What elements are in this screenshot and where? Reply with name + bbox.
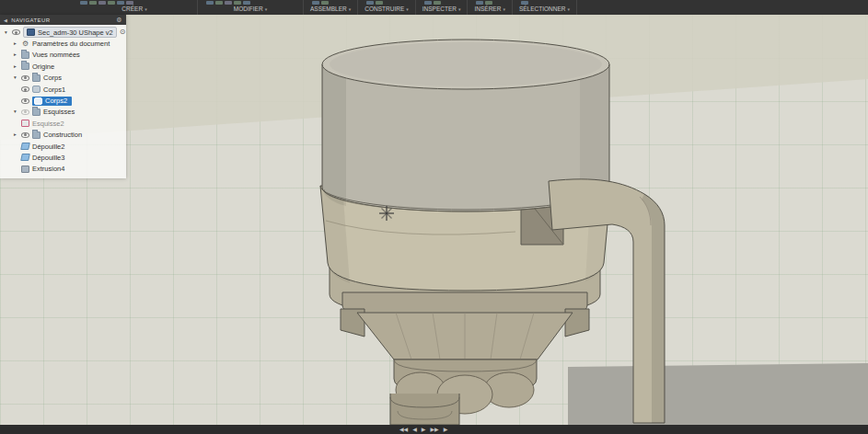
selected-item-highlight: Corps2 [32,97,72,106]
menu-inspecter[interactable]: INSPECTER ▾ [422,6,461,15]
browser-item-corps1[interactable]: Corps1 [0,84,126,95]
browser-item-label: Sec_adm-30 UShape v2 [38,29,113,37]
toolbar-group-assembler: ASSEMBLER ▾ [304,0,358,15]
tool-icon[interactable] [521,1,528,5]
gear-icon[interactable]: ⚙ [116,17,122,24]
browser-item-label: Vues nommées [32,51,80,59]
toolbar-group-modifier: MODIFIER ▾ [198,0,304,15]
tool-icon[interactable] [376,1,383,5]
browser-item-extrusion4[interactable]: Extrusion4 [0,164,126,175]
expander-icon[interactable]: ▾ [3,29,9,36]
chevron-down-icon: ▾ [503,6,505,13]
toolbar-group-inserer: INSÉRER ▾ [468,0,512,15]
tool-icon[interactable] [366,1,374,5]
browser-item-label: Corps2 [45,97,67,105]
browser-item-depouille3[interactable]: Dépouille3 [0,152,126,163]
toolbar-group-construire: CONSTRUIRE ▾ [358,0,416,15]
browser-item-corps[interactable]: ▾ Corps [0,73,126,84]
tool-icon[interactable] [225,1,232,5]
document-icon [27,29,35,36]
browser-item-label: Dépouille3 [32,154,64,162]
browser-item-parametres[interactable]: ▸ ⚙ Paramètres du document [0,38,126,49]
expander-icon[interactable]: ▸ [12,51,18,58]
gear-icon: ⚙ [21,40,29,48]
expander-icon[interactable]: ▾ [12,108,18,115]
browser-item-depouille2[interactable]: Dépouille2 [0,141,126,152]
folder-icon [32,108,41,116]
folder-icon [21,63,29,70]
menu-inserer[interactable]: INSÉRER ▾ [474,6,504,15]
expander-icon[interactable]: ▸ [12,63,18,70]
draft-feature-icon [20,154,30,161]
tool-icon[interactable] [424,1,432,5]
browser-item-root[interactable]: ▾ Sec_adm-30 UShape v2 ⊙ [0,27,126,38]
body-icon [32,86,41,93]
timeline-go-end-button[interactable]: ▶▶ [430,425,438,434]
tool-icon[interactable] [485,1,492,5]
toolbar-group-inspecter: INSPECTER ▾ [416,0,469,15]
expander-icon[interactable]: ▸ [12,40,18,47]
draft-feature-icon [20,143,30,150]
browser-item-label: Origine [32,63,54,71]
visibility-eye-icon[interactable] [12,29,20,35]
tool-icon[interactable] [476,1,483,5]
timeline-play-button[interactable]: ▶ [444,425,448,434]
menu-inspecter-label: INSPECTER [422,6,457,13]
timeline-go-start-button[interactable]: ◀◀ [399,425,408,434]
visibility-eye-icon[interactable] [21,86,29,92]
visibility-eye-icon[interactable] [21,75,29,81]
toolbar-group-selectionner: SÉLECTIONNER ▾ [513,0,577,15]
menu-assembler[interactable]: ASSEMBLER ▾ [310,6,351,15]
browser-item-label: Construction [43,131,82,139]
activate-radio-icon[interactable]: ⊙ [120,29,126,36]
viewport-canvas[interactable] [0,15,868,425]
tool-icon[interactable] [243,1,250,5]
menu-construire-label: CONSTRUIRE [365,6,404,13]
expander-icon[interactable]: ▾ [12,74,18,81]
tool-icon[interactable] [321,1,329,5]
browser-item-label: Corps [43,74,62,82]
menu-selectionner-label: SÉLECTIONNER [519,6,566,13]
tool-icon[interactable] [234,1,241,5]
tool-icon[interactable] [89,1,97,5]
menu-modifier[interactable]: MODIFIER ▾ [234,6,267,15]
toolbar-spacer [0,0,72,15]
menu-selectionner[interactable]: SÉLECTIONNER ▾ [519,6,570,15]
visibility-eye-icon[interactable] [21,98,29,104]
tool-icon[interactable] [434,1,441,5]
tool-icon[interactable] [117,1,124,5]
tool-icon[interactable] [126,1,133,5]
visibility-eye-icon[interactable] [21,132,29,138]
tool-icon[interactable] [80,1,87,5]
menu-construire[interactable]: CONSTRUIRE ▾ [365,6,409,15]
expander-icon[interactable]: ▸ [12,131,18,138]
tool-icon[interactable] [108,1,115,5]
browser-item-origine[interactable]: ▸ Origine [0,61,126,72]
browser-item-label: Esquisse2 [32,120,64,128]
body-icon [34,97,42,105]
browser-item-construction[interactable]: ▸ Construction [0,130,126,141]
timeline-step-forward-button[interactable]: ▶ [422,425,426,434]
collapse-panel-icon[interactable]: ◀ [4,17,7,23]
visibility-eye-icon[interactable] [21,109,29,115]
tool-icon[interactable] [206,1,214,5]
browser-item-label: Esquisses [43,108,75,116]
menu-creer[interactable]: CRÉER ▾ [122,6,146,15]
chevron-down-icon: ▾ [145,6,147,13]
browser-item-corps2[interactable]: Corps2 [0,95,126,106]
folder-icon [32,131,41,139]
tool-icon[interactable] [312,1,319,5]
timeline-step-back-button[interactable]: ◀ [412,425,417,434]
browser-tree: ▾ Sec_adm-30 UShape v2 ⊙ ▸ ⚙ Paramètres … [0,25,126,175]
browser-item-vues-nommees[interactable]: ▸ Vues nommées [0,50,126,61]
browser-item-esquisse2[interactable]: Esquisse2 [0,118,126,129]
chevron-down-icon: ▾ [567,6,570,13]
menu-assembler-label: ASSEMBLER [310,6,347,13]
chevron-down-icon: ▾ [265,6,268,13]
chevron-down-icon: ▾ [458,6,461,13]
browser-item-esquisses[interactable]: ▾ Esquisses [0,107,126,118]
tool-icon[interactable] [98,1,106,5]
chevron-down-icon: ▾ [349,6,352,13]
tool-icon[interactable] [215,1,223,5]
sketch-icon [21,120,29,127]
